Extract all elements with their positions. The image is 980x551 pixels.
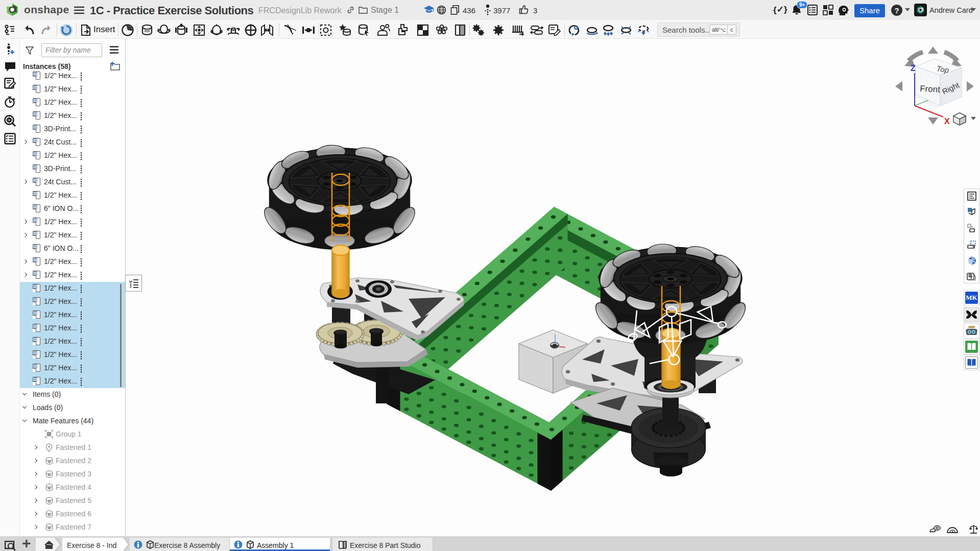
svg-text:x: x [969, 274, 973, 281]
svg-text:): ) [974, 273, 976, 281]
svg-text:X: X [944, 117, 950, 126]
svg-text:Front: Front [920, 84, 941, 94]
svg-text:?: ? [894, 6, 899, 15]
svg-text:Z: Z [911, 64, 916, 73]
svg-text:{✓}: {✓} [773, 5, 787, 15]
